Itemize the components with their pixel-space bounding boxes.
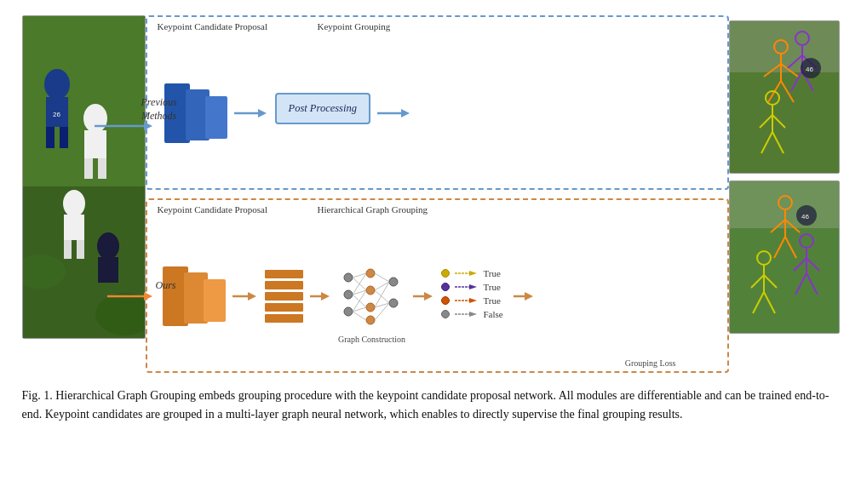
top-row-label-left: Keypoint Candidate Proposal [158, 21, 268, 32]
svg-rect-12 [64, 215, 84, 240]
orange-block-3 [204, 279, 226, 322]
bottom-arrow-2 [310, 288, 331, 305]
ours-label: Ours [156, 279, 176, 292]
svg-marker-61 [525, 292, 533, 301]
right-photos: 46 [729, 15, 840, 339]
legend-dot-3 [441, 296, 450, 305]
svg-point-29 [344, 307, 353, 316]
svg-line-49 [375, 303, 389, 320]
legend-arrow-2 [455, 284, 479, 290]
legend-dot-1 [441, 269, 450, 278]
flat-block-5 [265, 314, 303, 323]
svg-point-11 [63, 190, 85, 217]
top-row-label-right: Keypoint Grouping [318, 21, 391, 32]
top-arrow-1 [234, 105, 268, 122]
legend-dot-4 [441, 310, 450, 318]
svg-marker-59 [469, 312, 477, 317]
blue-arrow-svg [234, 105, 268, 122]
svg-point-35 [389, 299, 398, 307]
blue-cnn-blocks [169, 83, 227, 143]
flat-block-2 [265, 281, 303, 289]
svg-marker-57 [469, 298, 477, 303]
svg-rect-16 [98, 257, 118, 283]
svg-rect-13 [64, 240, 72, 259]
svg-line-46 [375, 290, 389, 303]
grouping-loss-label: Grouping Loss [625, 358, 676, 368]
right-photo-bottom: 46 [729, 180, 840, 334]
top-arrow-2 [377, 105, 411, 122]
orange-arrow-final-svg [514, 288, 535, 305]
svg-text:46: 46 [801, 213, 809, 220]
legend-label-2: True [484, 282, 501, 292]
svg-marker-65 [144, 292, 152, 301]
svg-marker-20 [258, 109, 267, 117]
orange-cnn-blocks [167, 266, 226, 326]
svg-point-2 [44, 69, 70, 100]
svg-rect-5 [60, 127, 68, 148]
bottom-row-label-right: Hierarchical Graph Grouping [318, 204, 428, 215]
orange-arrow3-svg [413, 288, 434, 305]
blue-block-3 [205, 96, 227, 139]
svg-line-41 [353, 290, 366, 312]
orange-arrow2-svg [310, 288, 331, 305]
svg-point-34 [389, 278, 398, 286]
svg-text:46: 46 [806, 66, 813, 73]
ours-arrow-svg [107, 288, 154, 305]
grouping-legend: True True [441, 268, 503, 319]
svg-marker-53 [469, 271, 477, 276]
svg-rect-68 [730, 21, 840, 72]
legend-arrow-4 [455, 311, 479, 318]
prev-methods-label: Previous Methods [141, 96, 177, 123]
svg-marker-22 [401, 109, 410, 117]
blue-arrow2-svg [377, 105, 411, 122]
orange-arrow1-svg [232, 288, 258, 305]
svg-line-44 [375, 273, 389, 282]
svg-point-30 [366, 269, 375, 278]
bottom-row: Keypoint Candidate Proposal Hierarchical… [146, 198, 729, 373]
main-figure: 26 [22, 15, 840, 423]
flat-block-3 [265, 292, 303, 301]
caption-text: Fig. 1. Hierarchical Graph Grouping embe… [22, 389, 829, 421]
legend-item-3: True [441, 295, 503, 306]
ours-arrow-container [107, 288, 154, 305]
center-diagram: Previous Methods Ours Keypoint Candidate… [146, 15, 729, 373]
right-photo-top-svg: 46 [730, 21, 840, 174]
svg-point-15 [97, 232, 119, 260]
svg-point-28 [344, 290, 353, 299]
bottom-arrow-3 [413, 288, 434, 305]
legend-label-1: True [484, 268, 501, 278]
legend-item-1: True [441, 268, 503, 278]
svg-rect-10 [98, 158, 106, 179]
legend-label-3: True [484, 295, 501, 306]
legend-arrow-3 [455, 297, 479, 304]
flat-block-1 [265, 270, 303, 278]
caption: Fig. 1. Hierarchical Graph Grouping embe… [22, 387, 840, 423]
svg-marker-26 [321, 292, 330, 301]
svg-point-33 [366, 316, 375, 324]
graph-network-container: Graph Construction [338, 261, 406, 332]
svg-line-38 [353, 273, 366, 295]
bottom-row-label-left: Keypoint Candidate Proposal [158, 204, 268, 215]
bottom-arrow-final [514, 288, 535, 305]
svg-point-27 [344, 273, 353, 282]
flat-blocks [265, 270, 303, 323]
top-row: Keypoint Candidate Proposal Keypoint Gro… [146, 15, 729, 190]
legend-item-4: False [441, 309, 503, 319]
svg-marker-51 [424, 292, 433, 301]
svg-point-32 [366, 303, 375, 312]
bottom-arrow-1 [232, 288, 258, 305]
legend-dot-2 [441, 283, 450, 291]
svg-rect-14 [77, 240, 84, 259]
svg-rect-4 [46, 127, 55, 148]
flat-block-4 [265, 303, 303, 312]
svg-text:26: 26 [53, 111, 60, 118]
graph-construction-label: Graph Construction [338, 335, 405, 344]
svg-marker-63 [144, 122, 152, 130]
legend-item-2: True [441, 282, 503, 292]
right-photo-top: 46 [729, 20, 840, 174]
legend-arrow-1 [455, 270, 479, 277]
graph-network-svg [338, 261, 406, 329]
legend-label-4: False [484, 309, 503, 319]
svg-line-43 [353, 312, 366, 320]
svg-rect-9 [84, 158, 93, 179]
